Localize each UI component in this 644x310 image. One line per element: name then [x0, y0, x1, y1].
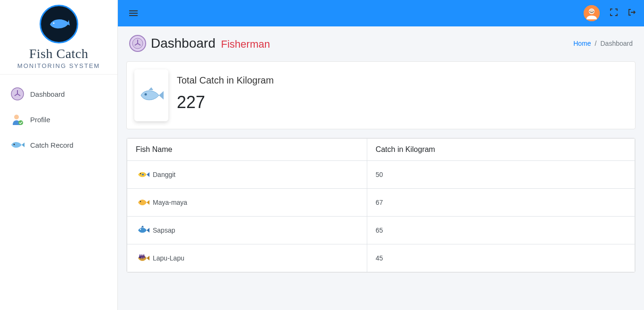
- sidebar-item-catch-record[interactable]: Catch Record: [0, 132, 117, 158]
- sidebar-nav: Dashboard Profile Catch Record: [0, 75, 117, 164]
- sidebar-item-profile[interactable]: Profile: [0, 107, 117, 132]
- profile-icon: [10, 112, 25, 126]
- catch-table: Fish Name Catch in Kilogram Danggit 50 M…: [127, 138, 635, 272]
- svg-point-12: [140, 229, 141, 230]
- table-row: Maya-maya 67: [127, 189, 635, 217]
- sidebar-item-dashboard[interactable]: Dashboard: [0, 81, 117, 107]
- brand-subtitle: Monitoring System: [5, 62, 113, 69]
- sidebar-item-label: Profile: [30, 116, 50, 124]
- main-content: Dashboard Fisherman Home / Dashboard Tot…: [118, 0, 644, 282]
- fish-thumb-icon: [136, 168, 150, 182]
- total-catch-card: Total Catch in Kilogram 227: [126, 61, 636, 129]
- table-row: Danggit 50: [127, 161, 635, 189]
- cell-catch-kg: 45: [367, 244, 635, 272]
- catch-table-card: Fish Name Catch in Kilogram Danggit 50 M…: [126, 138, 636, 273]
- user-avatar[interactable]: [584, 5, 600, 21]
- cell-fish-name: Lapu-Lapu: [127, 244, 367, 272]
- fish-thumb-icon: [136, 223, 150, 237]
- cell-fish-name: Danggit: [127, 161, 367, 189]
- column-catch-kg: Catch in Kilogram: [367, 139, 635, 161]
- dashboard-icon: [10, 87, 25, 101]
- fullscreen-icon[interactable]: [610, 8, 618, 18]
- stat-value: 227: [177, 92, 274, 112]
- stat-label: Total Catch in Kilogram: [177, 75, 274, 86]
- menu-toggle-button[interactable]: [126, 6, 140, 20]
- page-icon: [129, 35, 146, 52]
- svg-point-9: [145, 93, 147, 96]
- cell-catch-kg: 50: [367, 161, 635, 189]
- svg-point-10: [140, 173, 141, 174]
- svg-point-7: [589, 9, 594, 14]
- breadcrumb-separator: /: [595, 40, 597, 47]
- table-row: Sapsap 65: [127, 217, 635, 244]
- sidebar: Fish Catch Monitoring System Dashboard P…: [0, 0, 118, 310]
- svg-point-4: [14, 144, 15, 145]
- logout-icon[interactable]: [628, 8, 636, 18]
- breadcrumb: Home / Dashboard: [573, 40, 633, 47]
- breadcrumb-current: Dashboard: [601, 40, 633, 47]
- cell-fish-name: Sapsap: [127, 217, 367, 244]
- svg-point-11: [140, 201, 141, 202]
- sidebar-item-label: Dashboard: [30, 90, 65, 98]
- cell-catch-kg: 65: [367, 217, 635, 244]
- topbar: [118, 0, 644, 26]
- table-row: Lapu-Lapu 45: [127, 244, 635, 272]
- breadcrumb-home-link[interactable]: Home: [573, 40, 591, 47]
- stat-fish-icon: [134, 69, 168, 121]
- svg-point-13: [140, 257, 140, 258]
- brand-logo-area: Fish Catch Monitoring System: [0, 0, 117, 75]
- brand-title: Fish Catch: [5, 46, 113, 61]
- fish-icon: [10, 138, 25, 152]
- sidebar-item-label: Catch Record: [30, 141, 74, 149]
- svg-point-2: [14, 115, 19, 119]
- cell-catch-kg: 67: [367, 189, 635, 217]
- page-subtitle: Fisherman: [221, 38, 270, 50]
- column-fish-name: Fish Name: [127, 139, 367, 161]
- fish-thumb-icon: [136, 195, 150, 209]
- brand-logo-icon: [40, 5, 78, 43]
- fish-thumb-icon: [136, 251, 150, 265]
- cell-fish-name: Maya-maya: [127, 189, 367, 217]
- content-header: Dashboard Fisherman Home / Dashboard: [118, 26, 644, 57]
- page-title: Dashboard Fisherman: [151, 36, 270, 51]
- svg-point-0: [53, 23, 54, 24]
